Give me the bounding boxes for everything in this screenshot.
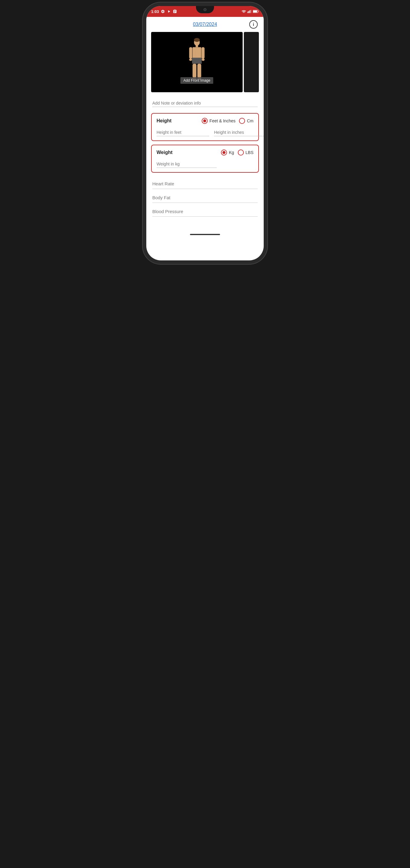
- svg-rect-1: [249, 11, 249, 13]
- front-image-area[interactable]: Add Front Image: [151, 32, 243, 92]
- blood-pressure-input[interactable]: [152, 208, 258, 217]
- time-display: 1:03: [151, 9, 159, 14]
- svg-point-7: [194, 38, 200, 42]
- bottom-spacing: [146, 218, 264, 230]
- height-header: Height Feet & Inches Cm: [157, 118, 253, 124]
- weight-kg-option[interactable]: Kg: [221, 150, 234, 156]
- status-left: 1:03: [151, 9, 177, 14]
- weight-inputs: [157, 160, 253, 168]
- weight-title: Weight: [157, 150, 172, 155]
- svg-rect-0: [247, 12, 248, 13]
- svg-rect-10: [192, 58, 202, 64]
- wifi-icon: [241, 10, 246, 13]
- body-fat-input[interactable]: [152, 194, 258, 203]
- height-section: Height Feet & Inches Cm: [151, 113, 259, 141]
- info-button[interactable]: i: [249, 20, 258, 29]
- weight-lbs-radio[interactable]: [238, 150, 244, 156]
- weight-kg-radio[interactable]: [221, 150, 227, 156]
- note-section: [146, 95, 264, 110]
- heart-rate-input[interactable]: [152, 180, 258, 189]
- battery-icon: [253, 10, 259, 13]
- svg-rect-9: [193, 47, 201, 59]
- app-content: 03/07/2024 i: [146, 17, 264, 239]
- phone-frame: 1:03: [146, 6, 264, 260]
- bottom-bar: [146, 230, 264, 239]
- svg-rect-5: [253, 10, 257, 12]
- height-title: Height: [157, 118, 172, 124]
- svg-rect-12: [201, 47, 204, 59]
- height-inputs: [157, 129, 253, 136]
- height-feet-inches-option[interactable]: Feet & Inches: [202, 118, 235, 124]
- height-feet-input[interactable]: [157, 129, 209, 136]
- notch: [196, 6, 214, 13]
- svg-rect-15: [193, 64, 197, 78]
- home-indicator: [190, 234, 220, 235]
- clipboard-icon: [173, 9, 177, 13]
- height-unit-group: Feet & Inches Cm: [202, 118, 253, 124]
- svg-rect-16: [198, 64, 201, 78]
- svg-point-13: [189, 59, 192, 61]
- heart-rate-section: [146, 176, 264, 190]
- signal-icon: [247, 10, 252, 13]
- height-inches-input[interactable]: [214, 129, 264, 136]
- weight-section: Weight Kg LBS: [151, 145, 259, 173]
- weight-kg-input[interactable]: [157, 160, 217, 168]
- header: 03/07/2024 i: [146, 17, 264, 30]
- note-input[interactable]: [152, 99, 258, 107]
- camera-dot: [204, 8, 206, 11]
- add-front-label: Add Front Image: [180, 77, 213, 84]
- weight-header: Weight Kg LBS: [157, 150, 253, 156]
- date-link[interactable]: 03/07/2024: [193, 22, 217, 27]
- image-section: Add Front Image: [146, 30, 264, 95]
- svg-point-14: [202, 59, 205, 61]
- height-cm-radio[interactable]: [239, 118, 245, 124]
- weight-lbs-option[interactable]: LBS: [238, 150, 253, 156]
- svg-rect-8: [196, 45, 198, 47]
- play-icon: [167, 9, 171, 13]
- svg-rect-3: [251, 10, 251, 13]
- svg-rect-2: [249, 10, 250, 13]
- status-bar: 1:03: [146, 6, 264, 17]
- blood-pressure-section: [146, 204, 264, 218]
- side-image-area[interactable]: [244, 32, 259, 92]
- svg-rect-11: [189, 47, 192, 59]
- settings-icon: [161, 9, 165, 13]
- weight-unit-group: Kg LBS: [221, 150, 253, 156]
- body-fat-section: [146, 190, 264, 204]
- height-feet-radio[interactable]: [202, 118, 208, 124]
- status-right: [241, 10, 259, 13]
- height-cm-option[interactable]: Cm: [239, 118, 253, 124]
